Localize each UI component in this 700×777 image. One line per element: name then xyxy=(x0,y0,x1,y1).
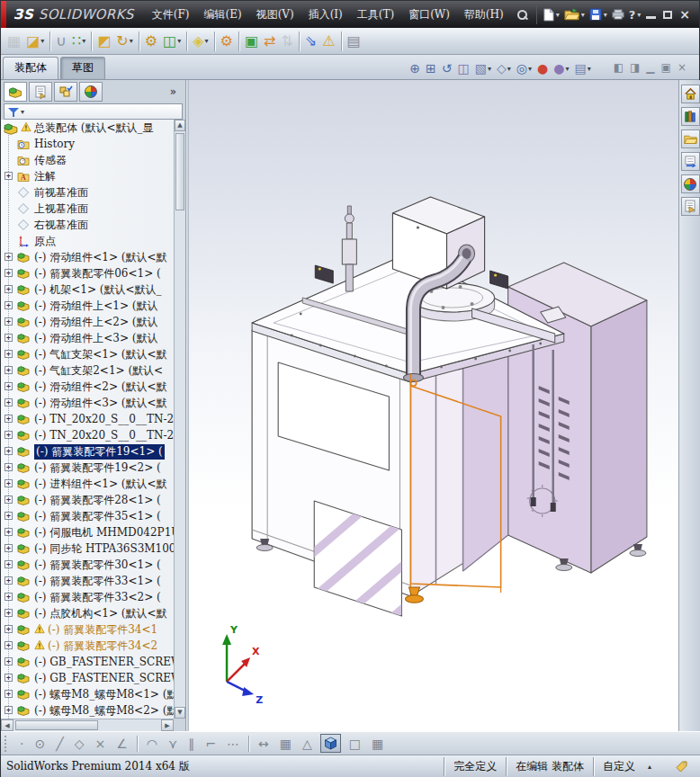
tab-assembly[interactable]: 装配体 xyxy=(3,57,58,79)
expander-icon[interactable]: + xyxy=(4,496,13,504)
expander-icon[interactable]: + xyxy=(4,544,13,552)
section-view-icon[interactable]: ◫▾ xyxy=(454,61,471,76)
tree-item-warning[interactable]: + A (-) 箭翼装配零件34<1 xyxy=(1,621,174,638)
view-settings-icon[interactable]: ▤▾ xyxy=(571,61,593,76)
view-palette-button[interactable] xyxy=(681,152,700,171)
tree-item-warning[interactable]: + A (-) 箭翼装配零件34<2 xyxy=(1,638,174,654)
tree-item[interactable]: + A (-) 滑动组件<3> (默认<默 xyxy=(1,395,174,411)
move-with-triad-icon[interactable]: ⇄▾ xyxy=(261,28,278,54)
menu-insert[interactable]: 插入(I) xyxy=(301,4,350,25)
dropdown-caret-icon[interactable]: ▾ xyxy=(130,37,133,45)
move-component-icon[interactable]: ⚙▾ xyxy=(136,28,160,54)
tree-item[interactable]: + A (-) GB_FASTENER_SCREWS_ xyxy=(1,654,174,670)
expander-icon[interactable]: + xyxy=(4,512,13,520)
tree-item[interactable]: + A (-) 箭翼装配零件28<1> ( xyxy=(1,492,174,508)
doc-minimize-icon[interactable]: ▁ xyxy=(646,58,654,75)
expander-icon[interactable]: + xyxy=(4,463,13,471)
scroll-left-icon[interactable]: ◀ xyxy=(1,719,13,731)
tab-sketch[interactable]: 草图 xyxy=(60,57,105,79)
open-part-icon[interactable]: ◪▾ xyxy=(23,28,47,54)
tree-item[interactable]: + A (-) 箭翼装配零件33<1> ( xyxy=(1,573,174,589)
custom-properties-button[interactable] xyxy=(681,197,700,216)
status-fully-defined[interactable]: 完全定义▴ xyxy=(444,757,506,776)
tree-item[interactable]: + A (-) 箭翼装配零件19<2> ( xyxy=(1,460,174,476)
zoom-to-area-icon[interactable]: ⊞▾ xyxy=(423,61,439,76)
expander-icon[interactable]: + xyxy=(4,609,13,617)
minimize-button[interactable] xyxy=(646,16,656,19)
tab-display-manager[interactable] xyxy=(79,82,103,102)
graphics-viewport[interactable]: Y X Z xyxy=(189,80,678,731)
sketch-circle-icon[interactable]: ⊙ xyxy=(29,737,50,751)
appearances-button[interactable] xyxy=(681,174,700,193)
tree-item[interactable]: + A (-) 伺服电机 MHMD042P1U xyxy=(1,524,174,540)
tree-item[interactable]: + A (-) TN_20x20_S__0__TN-2 xyxy=(1,427,174,443)
tree-item-right-plane[interactable]: + A 右视基准面 xyxy=(1,217,174,233)
sketch-angle-icon[interactable]: ∠ xyxy=(111,737,133,751)
dropdown-caret-icon[interactable]: ▾ xyxy=(177,37,181,45)
expander-icon[interactable]: + xyxy=(4,479,13,487)
status-editing[interactable]: 在编辑 装配体▴ xyxy=(506,757,593,776)
scroll-down-icon[interactable]: ▼ xyxy=(175,707,185,719)
sketch-trim-icon[interactable]: × xyxy=(89,737,111,751)
sketch-corner-icon[interactable]: ⌐ xyxy=(200,737,221,751)
tree-item[interactable]: + A (-) 同步轮 HTPA36S3M100 xyxy=(1,540,174,557)
tree-item[interactable]: + A (-) GB_FASTENER_SCREWS_ xyxy=(1,670,174,686)
table-view-icon[interactable]: ▦ xyxy=(366,737,389,751)
tree-item[interactable]: + A (-) 气缸支架<1> (默认<默 xyxy=(1,346,174,362)
expander-icon[interactable]: + xyxy=(4,431,13,439)
assembly-settings-gears-icon[interactable]: ⚙▾ xyxy=(211,28,236,54)
exploded-view-icon[interactable]: ⇘▾ xyxy=(296,28,319,54)
tree-item[interactable]: + A (-) TN_20x20_S__0__TN-2 xyxy=(1,411,174,427)
show-hidden-components-icon[interactable]: ◫▾ xyxy=(160,28,184,54)
tree-item[interactable]: + A (-) 螺母M8_螺母M8<1> (默 xyxy=(1,686,174,702)
expander-icon[interactable]: + xyxy=(4,253,13,261)
expander-icon[interactable]: + xyxy=(4,285,13,293)
tab-property-manager[interactable] xyxy=(29,82,52,102)
tree-item[interactable]: + A (-) 箭翼装配零件35<1> ( xyxy=(1,508,174,524)
dropdown-caret-icon[interactable]: ▾ xyxy=(82,37,85,45)
status-custom[interactable]: 自定义▴ xyxy=(593,757,660,776)
tree-item-annotations[interactable]: + A 注解 xyxy=(1,168,174,184)
dropdown-caret-icon[interactable]: ▾ xyxy=(507,65,511,73)
smart-fasteners-icon[interactable]: ◩▾ xyxy=(88,28,113,54)
tree-item-top-plane[interactable]: + A 上视基准面 xyxy=(1,201,174,217)
tree-item[interactable]: + A (-) 进料组件<1> (默认<默 xyxy=(1,476,174,492)
tree-item[interactable]: + A (-) 箭翼装配零件30<1> ( xyxy=(1,557,174,573)
tree-item[interactable]: + A (-) 滑动组件<2> (默认<默 xyxy=(1,379,174,395)
tree-filter-row[interactable]: ▾ xyxy=(4,103,183,120)
tree-item[interactable]: + A (-) 滑动组件上<2> (默认 xyxy=(1,314,174,330)
tab-feature-tree[interactable] xyxy=(4,82,27,102)
collapse-panel-left-icon[interactable]: ◧ xyxy=(614,58,624,75)
tree-item[interactable]: + A (-) 机架<1> (默认<默认_ xyxy=(1,281,174,298)
tree-vertical-scrollbar[interactable]: ▲ ▼ xyxy=(174,120,185,719)
new-document-button[interactable]: ▾ xyxy=(541,7,561,22)
tree-item-history[interactable]: + A History xyxy=(1,136,174,152)
view-orientation-icon[interactable]: ▧▾ xyxy=(472,61,494,76)
doc-restore-icon[interactable]: ▣ xyxy=(661,58,671,75)
save-button[interactable]: ▾ xyxy=(588,7,609,22)
expander-icon[interactable]: + xyxy=(4,674,13,682)
menu-tools[interactable]: 工具(T) xyxy=(350,4,401,25)
interference-detection-icon[interactable]: ⚠▾ xyxy=(319,28,337,54)
sketch-construction-icon[interactable]: ⋯ xyxy=(221,737,245,751)
menu-window[interactable]: 窗口(W) xyxy=(401,4,457,25)
insert-component-icon[interactable]: ▦▾ xyxy=(4,28,23,54)
hide-show-items-icon[interactable]: ◎▾ xyxy=(514,61,534,76)
collapse-panel-right-icon[interactable]: ◨ xyxy=(630,58,640,75)
tree-item[interactable]: + A (-) 箭翼装配零件06<1> ( xyxy=(1,265,174,281)
sketch-parallel-icon[interactable]: ∥ xyxy=(183,737,200,751)
rotate-with-triad-icon[interactable]: ⇅▾ xyxy=(278,28,295,54)
menu-view[interactable]: 视图(V) xyxy=(249,4,301,25)
panel-chevron[interactable]: » xyxy=(164,85,183,99)
tree-item[interactable]: + A (-) 滑动组件上<1> (默认 xyxy=(1,298,174,314)
scrollbar-thumb[interactable] xyxy=(175,133,184,210)
assembly-visualization-icon[interactable]: ▤▾ xyxy=(338,28,363,54)
tree-horizontal-scrollbar[interactable]: ◀ ▶ xyxy=(1,719,174,731)
tree-item-front-plane[interactable]: + A 前视基准面 xyxy=(1,184,174,201)
toolbar-grip[interactable] xyxy=(4,736,8,752)
rotate-component-icon[interactable]: ↻▾ xyxy=(113,28,135,54)
expander-icon[interactable]: + xyxy=(4,706,13,714)
status-caret-icon[interactable]: ▴ xyxy=(648,763,651,771)
tag-button[interactable] xyxy=(675,761,688,773)
tree-item-sensors[interactable]: + A 传感器 xyxy=(1,152,174,168)
